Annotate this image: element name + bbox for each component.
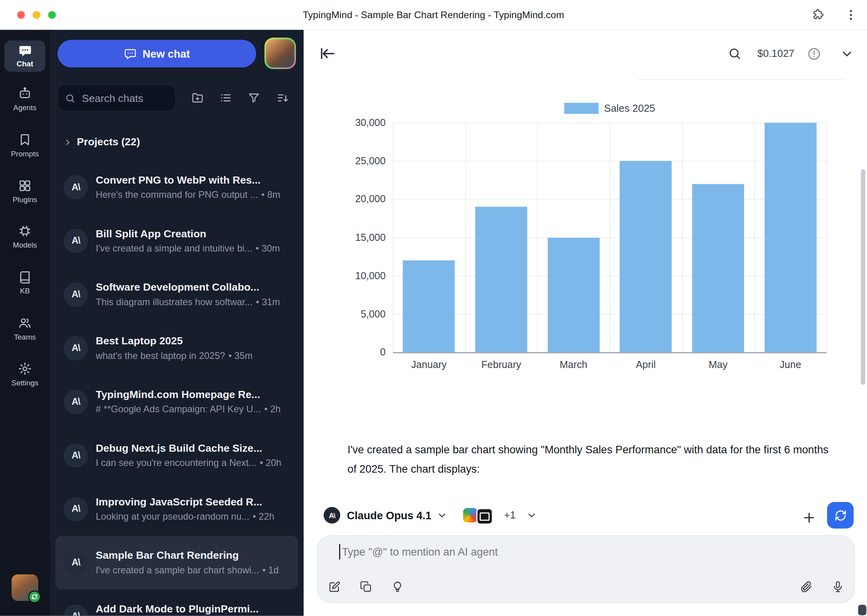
- add-attachment-button[interactable]: [799, 507, 819, 527]
- bar-may: [692, 184, 744, 352]
- user-avatar[interactable]: [264, 38, 296, 69]
- chat-subtitle: Looking at your pseudo-random nu...• 22h: [96, 511, 295, 522]
- chat-title: Improving JavaScript Seeded R...: [96, 496, 295, 508]
- new-folder-icon[interactable]: [188, 88, 207, 108]
- user-avatar-small[interactable]: [11, 575, 38, 601]
- models-icon: [0, 224, 50, 238]
- chat-list-item[interactable]: A\ Best Laptop 2025 what's the best lapt…: [50, 321, 304, 375]
- scrollbar-thumb[interactable]: [861, 169, 865, 385]
- y-axis-tick: 10,000: [304, 269, 386, 282]
- chat-subtitle: # **Google Ads Campaign: API Key U...• 2…: [96, 404, 295, 415]
- sidebar-item-plugins[interactable]: Plugins: [0, 178, 50, 204]
- rail-label: Agents: [0, 103, 50, 112]
- rail-label: Prompts: [0, 150, 50, 158]
- x-axis-tick: April: [610, 359, 682, 371]
- sidebar-item-prompts[interactable]: Prompts: [0, 133, 50, 158]
- plugin-icon-1[interactable]: [463, 508, 477, 522]
- chat-list-item[interactable]: A\ Add Dark Mode to PluginPermi...: [50, 589, 304, 616]
- sort-icon[interactable]: [273, 88, 292, 108]
- chat-list-item[interactable]: A\ Bill Split App Creation I've created …: [50, 214, 304, 268]
- sidebar-item-agents[interactable]: Agents: [0, 86, 50, 111]
- rail-label: Plugins: [0, 196, 50, 204]
- plugin-icon-2[interactable]: [476, 508, 493, 525]
- microphone-icon[interactable]: [829, 578, 846, 595]
- teams-icon: [0, 316, 50, 330]
- y-axis-tick: 5,000: [304, 307, 386, 321]
- bar-january: [403, 260, 455, 352]
- chat-list-item[interactable]: A\ Convert PNG to WebP with Res... Here'…: [50, 160, 304, 214]
- sidebar-item-chat[interactable]: Chat: [4, 40, 45, 72]
- chat-title: Convert PNG to WebP with Res...: [96, 174, 295, 186]
- rail-label: Settings: [0, 379, 50, 387]
- chat-list-item[interactable]: A\ TypingMind.com Homepage Re... # **Goo…: [50, 375, 304, 428]
- sidebar-item-settings[interactable]: Settings: [0, 362, 50, 387]
- assistant-avatar: A\: [64, 336, 88, 361]
- y-axis-tick: 15,000: [304, 231, 386, 244]
- x-axis-tick: January: [393, 359, 465, 371]
- rail-label: KB: [0, 287, 50, 295]
- sidebar-item-teams[interactable]: Teams: [0, 316, 50, 341]
- titlebar: TypingMind - Sample Bar Chart Rendering …: [0, 0, 867, 30]
- main-content: $0.1027 Sales 2025 05,00010,00015,00020,…: [304, 30, 867, 616]
- chat-subtitle: I've created a simple and intuitive bi..…: [96, 243, 295, 254]
- chat-list-item[interactable]: A\ Sample Bar Chart Rendering I've creat…: [55, 536, 298, 590]
- model-avatar[interactable]: A\: [324, 507, 340, 524]
- bar-march: [548, 237, 600, 352]
- regenerate-button[interactable]: [827, 502, 854, 528]
- x-axis-tick: May: [682, 359, 754, 371]
- extensions-icon[interactable]: [809, 5, 829, 25]
- sync-badge-icon: [28, 590, 41, 603]
- model-selector[interactable]: Claude Opus 4.1: [347, 502, 432, 528]
- chat-subtitle: This diagram illustrates how softwar...•…: [96, 297, 295, 308]
- chat-subtitle: Here's the command for PNG output ...• 8…: [96, 190, 295, 201]
- scrollbar-bottom-thumb[interactable]: [858, 605, 866, 616]
- new-chat-button[interactable]: New chat: [58, 40, 256, 68]
- chat-subtitle: what's the best laptop in 2025?• 35m: [96, 350, 295, 361]
- search-icon: [65, 93, 76, 104]
- sidebar-item-models[interactable]: Models: [0, 224, 50, 249]
- chat-title: Add Dark Mode to PluginPermi...: [96, 603, 295, 615]
- model-chevron-icon[interactable]: [435, 509, 449, 522]
- refresh-icon: [834, 509, 847, 522]
- chat-list: A\ Convert PNG to WebP with Res... Here'…: [50, 160, 304, 616]
- chat-list-item[interactable]: A\ Improving JavaScript Seeded R... Look…: [50, 482, 304, 536]
- x-axis-tick: February: [465, 359, 537, 371]
- chat-list-item[interactable]: A\ Software Development Collabo... This …: [50, 268, 304, 321]
- text-cursor: [339, 544, 340, 560]
- input-placeholder: Type "@" to mention an AI agent: [342, 545, 498, 560]
- prompts-icon: [0, 133, 50, 147]
- search-chats-input[interactable]: [81, 92, 169, 105]
- y-axis-tick: 0: [304, 346, 386, 359]
- chat-list-item[interactable]: A\ Debug Next.js Build Cache Size... I c…: [50, 428, 304, 482]
- chevron-right-icon: [63, 137, 73, 147]
- legend-label: Sales 2025: [604, 102, 655, 115]
- rail-label: Chat: [17, 60, 33, 68]
- paperclip-icon[interactable]: [797, 578, 815, 595]
- canvas-edit-icon[interactable]: [325, 578, 343, 595]
- app-window: TypingMind - Sample Bar Chart Rendering …: [0, 0, 867, 616]
- rail-label: Teams: [0, 333, 50, 341]
- message-input[interactable]: Type "@" to mention an AI agent: [317, 535, 855, 603]
- sidebar-item-kb[interactable]: KB: [0, 270, 50, 295]
- lightbulb-icon[interactable]: [388, 578, 406, 595]
- plugins-chevron-icon[interactable]: [525, 509, 539, 522]
- pages-icon[interactable]: [357, 578, 375, 595]
- browser-menu-icon[interactable]: [841, 5, 861, 25]
- filter-icon[interactable]: [244, 88, 264, 108]
- y-axis-tick: 25,000: [304, 154, 386, 168]
- left-rail: Chat Agents Prompts: [0, 30, 50, 616]
- plugins-more-count[interactable]: +1: [504, 502, 516, 528]
- knowledge-base-icon: [0, 270, 50, 284]
- assistant-avatar: A\: [64, 550, 88, 575]
- projects-label: Projects (22): [77, 136, 140, 148]
- search-chats-field[interactable]: [58, 85, 176, 112]
- projects-section-toggle[interactable]: Projects (22): [50, 134, 304, 150]
- chat-title: TypingMind.com Homepage Re...: [96, 389, 295, 401]
- gear-icon: [0, 362, 50, 376]
- chat-bubble-icon: [18, 44, 32, 58]
- bar-june: [764, 123, 816, 352]
- chat-title: Bill Split App Creation: [96, 227, 295, 240]
- rail-label: Models: [0, 241, 50, 249]
- chat-title: Best Laptop 2025: [96, 335, 295, 347]
- bulk-select-icon[interactable]: [216, 88, 236, 108]
